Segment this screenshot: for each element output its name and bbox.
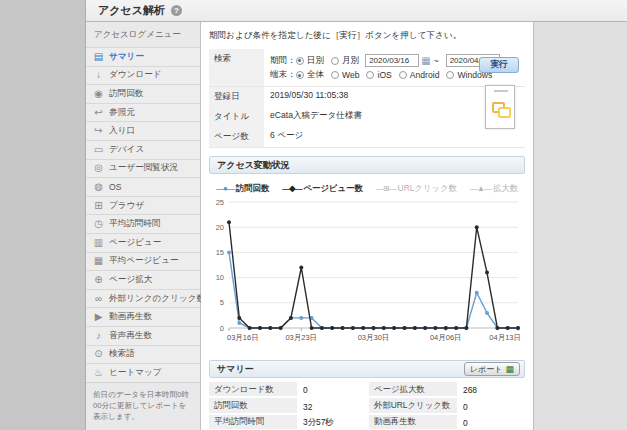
app-window: アクセス解析 ? アクセスログメニュー ▤サマリー ↓ダウンロード ◉訪問回数 … <box>85 0 627 430</box>
pageview-icon: ▥ <box>92 238 105 248</box>
thumbnail-logo <box>494 90 508 92</box>
chart-legend: —●—訪問回数 —◆—ページビュー数 —⊞—URLクリック数 —▲—拡大数 <box>209 183 525 194</box>
document-thumbnail[interactable] <box>485 85 515 129</box>
period-daily-label: 日別 <box>307 55 324 67</box>
sidebar-menu-title: アクセスログメニュー <box>86 22 200 47</box>
video-icon: ▶ <box>92 312 105 322</box>
sidebar-item-device[interactable]: ▭デバイス <box>86 140 200 159</box>
zoom-icon: ⊕ <box>92 275 105 285</box>
triangle-marker-icon: —▲— <box>470 184 491 193</box>
device-ios-label: iOS <box>377 70 391 80</box>
pages-value: 6 ページ <box>264 127 525 147</box>
chart-section-header: アクセス変動状況 <box>209 156 525 174</box>
main-panel: 期間および条件を指定した後に［実行］ボタンを押して下さい。 実行 検索 期間： … <box>201 22 534 430</box>
calendar-icon: ▤ <box>92 52 105 62</box>
sidebar: アクセスログメニュー ▤サマリー ↓ダウンロード ◉訪問回数 ↩参照元 ↪入り口… <box>86 22 201 430</box>
sidebar-item-pageview[interactable]: ▥ページビュー <box>86 233 200 252</box>
registered-label: 登録日 <box>209 87 264 107</box>
device-icon: ▭ <box>92 145 105 155</box>
sidebar-note: 前日のデータを日本時間0時00分に更新してレポートを表示します。 <box>86 382 200 428</box>
svg-text:03月16日: 03月16日 <box>227 333 259 342</box>
user-browsing-icon: ◎ <box>92 163 105 173</box>
title-label: タイトル <box>209 107 264 127</box>
device-label: 端末： <box>270 69 296 81</box>
svg-text:25: 25 <box>216 198 224 207</box>
search-icon: ⊙ <box>92 349 105 359</box>
svg-text:15: 15 <box>216 248 224 257</box>
svg-text:04月06日: 04月06日 <box>430 333 462 342</box>
date-from-input[interactable] <box>365 54 419 67</box>
instruction-text: 期間および条件を指定した後に［実行］ボタンを押して下さい。 <box>209 30 525 42</box>
svg-text:04月13日: 04月13日 <box>489 333 521 342</box>
thumbnail-graphic <box>498 107 511 118</box>
diamond-marker-icon: —◆— <box>282 184 301 193</box>
search-row: 検索 期間： 日別 月別 ▦ ~ ▦ 端末： <box>209 49 525 86</box>
device-web-label: Web <box>342 70 360 80</box>
summary-section-header: サマリー レポート▦ <box>209 360 525 378</box>
legend-url-clicks[interactable]: —⊞—URLクリック数 <box>376 183 457 194</box>
svg-text:10: 10 <box>216 273 224 282</box>
visitors-icon: ◉ <box>92 89 105 99</box>
table-row: 平均訪問時間 3分57秒 動画再生数 0 <box>209 415 525 430</box>
sidebar-item-page-zoom[interactable]: ⊕ページ拡大 <box>86 270 200 289</box>
legend-visits[interactable]: —●—訪問回数 <box>216 183 269 194</box>
sidebar-item-video-plays[interactable]: ▶動画再生数 <box>86 307 200 326</box>
title-row: タイトル eCata入稿データ仕様書 <box>209 107 525 127</box>
entrance-icon: ↪ <box>92 126 105 136</box>
registered-row: 登録日 2019/05/30 11:05:38 <box>209 86 525 107</box>
device-web-radio[interactable] <box>331 71 339 79</box>
calendar-icon[interactable]: ▦ <box>421 56 430 66</box>
period-monthly-radio[interactable] <box>331 57 339 65</box>
heatmap-icon: ♨ <box>92 368 105 378</box>
summary-title: サマリー <box>217 363 254 376</box>
device-android-radio[interactable] <box>399 71 407 79</box>
table-row: 訪問回数 32 外部URLクリック数 0 <box>209 398 525 414</box>
square-marker-icon: —⊞— <box>376 184 396 193</box>
sidebar-item-download[interactable]: ↓ダウンロード <box>86 66 200 85</box>
svg-text:5: 5 <box>220 298 224 307</box>
clock-icon: ◷ <box>92 219 105 229</box>
legend-zooms[interactable]: —▲—拡大数 <box>470 183 518 194</box>
device-all-label: 全体 <box>307 69 324 81</box>
sidebar-item-audio-plays[interactable]: ♪音声再生数 <box>86 326 200 345</box>
download-icon: ↓ <box>92 70 105 80</box>
sidebar-item-visit-count[interactable]: ◉訪問回数 <box>86 84 200 103</box>
search-row-label: 検索 <box>209 49 264 86</box>
device-all-radio[interactable] <box>296 71 304 79</box>
excel-icon: ▦ <box>505 365 514 374</box>
sidebar-item-external-link-clicks[interactable]: ∞外部リンクのクリック数 <box>86 289 200 308</box>
device-windows-radio[interactable] <box>446 71 454 79</box>
sidebar-item-heatmap[interactable]: ♨ヒートマップ <box>86 363 200 382</box>
execute-button[interactable]: 実行 <box>479 57 519 73</box>
legend-pageviews[interactable]: —◆—ページビュー数 <box>282 183 363 194</box>
summary-table: ダウンロード数 0 ページ拡大数 268 訪問回数 32 外部URLクリック数 … <box>209 382 525 430</box>
device-ios-radio[interactable] <box>366 71 374 79</box>
pages-label: ページ数 <box>209 127 264 147</box>
pages-row: ページ数 6 ページ <box>209 127 525 147</box>
report-button[interactable]: レポート▦ <box>464 362 520 376</box>
browser-icon: ⊞ <box>92 201 105 211</box>
link-icon: ∞ <box>92 294 105 304</box>
svg-text:0: 0 <box>220 324 224 333</box>
period-daily-radio[interactable] <box>296 57 304 65</box>
os-icon: ◍ <box>92 182 105 192</box>
help-icon[interactable]: ? <box>171 5 182 16</box>
sidebar-item-user-browsing[interactable]: ◎ユーザー閲覧状況 <box>86 159 200 178</box>
svg-text:03月30日: 03月30日 <box>358 333 390 342</box>
sidebar-item-avg-visit-time[interactable]: ◷平均訪問時間 <box>86 214 200 233</box>
sidebar-item-referrer[interactable]: ↩参照元 <box>86 103 200 122</box>
search-form: 実行 検索 期間： 日別 月別 ▦ ~ <box>209 49 525 148</box>
device-android-label: Android <box>410 70 440 80</box>
sidebar-item-browser[interactable]: ⊞ブラウザ <box>86 196 200 215</box>
svg-text:20: 20 <box>216 223 224 232</box>
avg-pageview-icon: ▦ <box>92 256 105 266</box>
svg-text:03月23日: 03月23日 <box>285 333 317 342</box>
sidebar-item-search-terms[interactable]: ⊙検索語 <box>86 345 200 364</box>
sidebar-item-avg-pageview[interactable]: ▦平均ページビュー <box>86 252 200 271</box>
page-header: アクセス解析 ? <box>86 0 627 22</box>
sidebar-item-os[interactable]: ◍OS <box>86 177 200 196</box>
sidebar-item-entrance[interactable]: ↪入り口 <box>86 121 200 140</box>
circle-marker-icon: —●— <box>216 184 234 193</box>
sidebar-item-summary[interactable]: ▤サマリー <box>86 47 200 66</box>
date-separator: ~ <box>434 56 439 66</box>
